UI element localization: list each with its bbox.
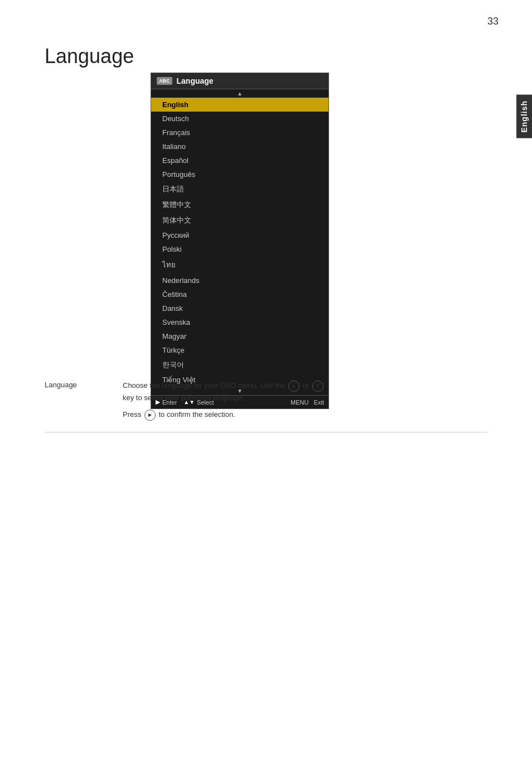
language-list: EnglishDeutschFrançaisItalianoEspañolPor…	[151, 98, 328, 387]
description-section: Language Choose the language for your OS…	[45, 379, 487, 433]
osd-header-title: Language	[177, 76, 214, 85]
osd-header: ABC Language	[151, 73, 328, 89]
desc-content: Choose the language for your OSD menu. U…	[123, 379, 325, 421]
language-item[interactable]: Português	[151, 167, 328, 181]
language-item[interactable]: Nederlands	[151, 273, 328, 287]
enter-button-icon	[144, 410, 156, 421]
english-tab: English	[516, 95, 532, 138]
page-number: 33	[487, 16, 499, 27]
language-item[interactable]: Deutsch	[151, 112, 328, 126]
up-button-icon	[288, 381, 299, 392]
language-item[interactable]: Polski	[151, 242, 328, 256]
language-item[interactable]: Magyar	[151, 329, 328, 343]
language-item[interactable]: Español	[151, 153, 328, 167]
language-item[interactable]: English	[151, 98, 328, 112]
language-item[interactable]: 简体中文	[151, 213, 328, 228]
page-title: Language	[45, 45, 134, 68]
osd-header-icon: ABC	[157, 77, 172, 85]
language-item[interactable]: Français	[151, 126, 328, 140]
down-button-icon	[312, 381, 323, 392]
language-item[interactable]: Italiano	[151, 140, 328, 153]
language-item[interactable]: Svenska	[151, 315, 328, 329]
language-item[interactable]: Čeština	[151, 287, 328, 301]
language-item[interactable]: 繁體中文	[151, 197, 328, 213]
language-item[interactable]: 한국어	[151, 357, 328, 373]
osd-dialog: ABC Language ▲ EnglishDeutschFrançaisIta…	[151, 73, 329, 409]
desc-row: Language Choose the language for your OS…	[45, 379, 487, 433]
desc-line1: Choose the language for your OSD menu. U…	[123, 379, 325, 404]
desc-line3: Press to confirm the selection.	[123, 409, 325, 421]
language-item[interactable]: Русский	[151, 228, 328, 242]
language-item[interactable]: Türkçe	[151, 343, 328, 357]
language-item[interactable]: ไทย	[151, 256, 328, 273]
language-item[interactable]: 日本語	[151, 181, 328, 197]
desc-label: Language	[45, 379, 100, 421]
language-item[interactable]: Dansk	[151, 301, 328, 315]
scroll-up-indicator: ▲	[151, 89, 328, 98]
